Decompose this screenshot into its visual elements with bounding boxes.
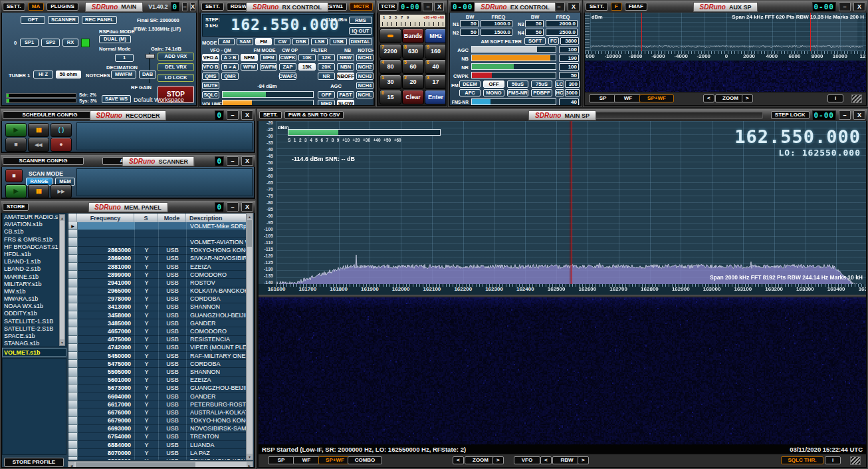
scanner-config-button[interactable]: SCANNER CONFIG (3, 157, 84, 165)
volume-slider[interactable] (222, 100, 314, 105)
rx-qmr-button[interactable]: QMR (221, 73, 239, 80)
memory-table-row[interactable]: 2899000YUSBCOMODORO (68, 271, 247, 279)
wf-view-button[interactable]: WF (614, 94, 642, 102)
rx-10k-button[interactable]: 10K (298, 54, 316, 61)
table-horizontal-scrollbar[interactable]: ◀ ▶ (68, 461, 253, 467)
band-dot-key[interactable] (380, 29, 401, 43)
scan-skip-button[interactable]: ▶▶ (51, 184, 72, 198)
scan-play-button[interactable]: ▶ (5, 184, 27, 198)
agc-med-button[interactable]: MED (318, 100, 335, 105)
rx-swfm-button[interactable]: SWFM (260, 63, 277, 71)
sp1-button[interactable]: SP1 (20, 39, 39, 47)
rx-nch1-button[interactable]: NCH1 (356, 54, 374, 61)
bank-list-item[interactable]: NOAA WX.s1b (3, 303, 59, 310)
rx-b-a-button[interactable]: B > A (221, 63, 239, 71)
minimize-button[interactable]: – (227, 202, 239, 212)
scroll-up-icon[interactable]: ▲ (247, 214, 253, 220)
squelch-meter[interactable] (222, 91, 314, 98)
keypad-key-20[interactable]: 202 (402, 75, 424, 89)
rx-mode-usb-button[interactable]: USB (330, 38, 346, 45)
memory-table-row[interactable]: 6617000YUSBPETERBURG-ROSTOV (68, 400, 247, 408)
rec-panel-button[interactable]: REC PANEL (82, 16, 117, 24)
pdbpf-button[interactable]: PDBPF (531, 89, 552, 96)
ex-nb-slider[interactable] (471, 55, 556, 61)
keypad-key-enter[interactable]: Enter (425, 90, 445, 104)
rx-vfo-b-button[interactable]: VFO B (202, 63, 219, 71)
memory-table-row[interactable]: 2941000YUSBROSTOV (68, 279, 247, 287)
mem-pan-button[interactable]: SAVE WS (102, 95, 131, 103)
bank-list-item[interactable]: LBAND-1.s1b (3, 258, 59, 265)
vfo-button[interactable]: VFO (514, 456, 540, 464)
rx-nch2-button[interactable]: NCH2 (356, 63, 374, 71)
memory-table-row[interactable] (68, 230, 247, 238)
scroll-down-icon[interactable]: ▼ (60, 339, 64, 345)
keypad-key-30[interactable]: 301 (380, 75, 401, 89)
bank-list-item[interactable]: AVIATION.s1b (3, 221, 59, 228)
rx-mode-fm-button[interactable]: FM (255, 38, 272, 45)
lo-lock-button[interactable]: LO LOCK (158, 74, 194, 82)
store-profile-button[interactable]: STORE PROFILE (4, 458, 64, 467)
rx-15k-button[interactable]: 15K (298, 63, 316, 71)
resize-corner[interactable] (850, 456, 861, 465)
bank-list-item[interactable]: HF BROADCAST.s1 (3, 243, 59, 251)
keypad-key-17[interactable]: 173 (425, 75, 445, 89)
sp-view-button[interactable]: SP (589, 94, 617, 102)
close-button[interactable]: X (241, 110, 253, 120)
ex-agc-value[interactable]: 100 (559, 46, 579, 53)
memory-table-row[interactable]: 5601000YUSBEZEIZA (68, 377, 247, 385)
memory-table-row[interactable]: 6693000YUSBNOVOSIBIRSK-SAMARA (68, 425, 247, 433)
keypad-key-40[interactable]: 406 (425, 59, 445, 74)
memory-table-row[interactable]: 6754000YUSBTRENTON (68, 433, 247, 441)
keypad-key-bands[interactable]: Bands (402, 29, 424, 43)
rx-cwafc-button[interactable]: CWAFC (279, 73, 296, 80)
memory-table-row[interactable]: 2965000YUSBKOLKATA-BANGKOK-KARACHI-MUM (68, 287, 247, 295)
rx-cwpk-button[interactable]: CWPK (279, 54, 296, 61)
settings-button[interactable]: SETT. (259, 111, 282, 119)
pwr-snr-csv-button[interactable]: PWR & SNR TO CSV (284, 111, 344, 119)
info-button[interactable]: i (827, 94, 843, 102)
agc-off-button[interactable]: OFF (318, 91, 335, 98)
rx-zap-button[interactable]: ZAP (279, 63, 296, 71)
del-vrx-button[interactable]: DEL VRX (158, 63, 194, 71)
rx-nbw-button[interactable]: NBW (337, 54, 354, 61)
memory-table-row[interactable]: 6604000YUSBGANDER (68, 392, 247, 400)
settings-button[interactable]: SETT. (586, 3, 608, 11)
rx-nboff-button[interactable]: NBOFF (337, 73, 354, 80)
sp-wf-view-button[interactable]: SP+WF (318, 456, 352, 464)
memory-table-row[interactable]: 3485000YUSBGANDER (68, 319, 247, 327)
rbw-up-button[interactable]: > (578, 456, 589, 464)
ex-cwpk-value[interactable]: 50 (559, 72, 579, 79)
ex-nb-value[interactable]: 190 (559, 55, 579, 62)
scan-stop-button[interactable]: ■ (5, 169, 23, 182)
play-button[interactable]: ▶ (5, 123, 27, 137)
memory-table-row[interactable]: 3413000YUSBSHANNON (68, 303, 247, 311)
rx-12k-button[interactable]: 12K (318, 54, 335, 61)
rbw-down-button[interactable]: < (540, 456, 552, 464)
keypad-key-80[interactable]: 804 (380, 59, 401, 74)
main-spectrum[interactable]: -20-25-30-35-40-45-50-55-60-65-70-75-80-… (259, 121, 866, 284)
step-lock-button[interactable]: STEP LOCK (771, 111, 810, 119)
close-button[interactable]: X (241, 202, 253, 212)
memory-table-row[interactable]: 8070000YUSBLA PAZ (68, 449, 247, 457)
frequency-header[interactable]: Frequency (77, 214, 134, 222)
plugins-button[interactable]: PLUGINS (47, 3, 78, 11)
info-button[interactable]: i (825, 456, 841, 464)
bank-list-item[interactable]: MILITARY.s1b (3, 281, 59, 288)
rx-qms-button[interactable]: QMS (202, 73, 219, 80)
iq-out-button[interactable]: IQ OUT (349, 27, 372, 35)
memory-table-row[interactable]: 2881000YUSBEZEIZA (68, 263, 247, 271)
close-button[interactable]: X (568, 2, 580, 11)
rx-20k-button[interactable]: 20K (318, 63, 335, 71)
add-vrx-button[interactable]: ADD VRX (158, 53, 194, 61)
description-header[interactable]: Description (186, 214, 247, 222)
ex-agc-slider[interactable] (471, 46, 556, 53)
record-button[interactable]: ● (51, 138, 72, 152)
aux-waterfall[interactable] (585, 61, 866, 94)
keypad-key-15[interactable]: 150 (380, 90, 401, 104)
memory-table-row[interactable]: 4675000YUSBRESISTENCIA (68, 336, 247, 344)
hi-z-button[interactable]: HI Z (33, 71, 53, 78)
rx-a-b-button[interactable]: A > B (221, 54, 239, 61)
sqlc-button[interactable]: SQLC (202, 91, 219, 98)
bank-list-item[interactable]: CB.s1b (3, 228, 59, 235)
ex-cwpk-slider[interactable] (471, 72, 556, 78)
